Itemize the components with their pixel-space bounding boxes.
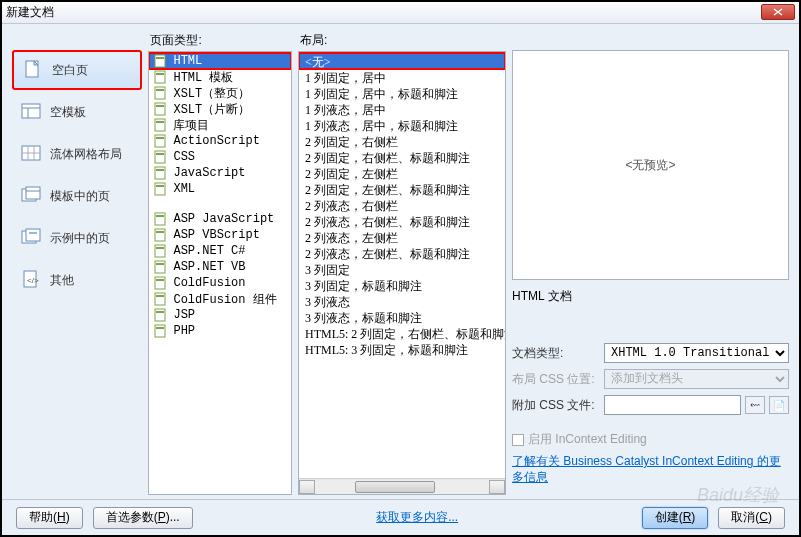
page-type-label: ASP VBScript — [173, 228, 259, 242]
layout-item[interactable]: 3 列固定 — [299, 261, 505, 277]
get-more-link[interactable]: 获取更多内容... — [376, 509, 458, 526]
file-icon — [153, 86, 169, 100]
attach-css-input[interactable] — [604, 395, 741, 415]
page-type-label: JSP — [173, 308, 195, 322]
preferences-button[interactable]: 首选参数(P)... — [93, 507, 193, 529]
page-type-item[interactable]: PHP — [149, 323, 291, 339]
page-type-label: ASP.NET VB — [173, 260, 245, 274]
cancel-button[interactable]: 取消(C) — [718, 507, 785, 529]
layout-list[interactable]: <无>1 列固定，居中1 列固定，居中，标题和脚注1 列液态，居中1 列液态，居… — [298, 51, 506, 495]
layout-item[interactable]: HTML5: 3 列固定，标题和脚注 — [299, 341, 505, 357]
layout-item[interactable]: 3 列固定，标题和脚注 — [299, 277, 505, 293]
blank-page-icon — [22, 59, 44, 81]
svg-rect-21 — [156, 89, 164, 91]
layout-item[interactable]: 2 列固定，右侧栏 — [299, 133, 505, 149]
scroll-track[interactable] — [315, 480, 489, 494]
page-type-item[interactable]: ColdFusion — [149, 275, 291, 291]
category-page-from-sample[interactable]: 示例中的页 — [12, 218, 142, 258]
page-type-item[interactable]: XML — [149, 181, 291, 197]
help-button[interactable]: 帮助(H) — [16, 507, 83, 529]
svg-rect-48 — [155, 325, 165, 337]
layout-item[interactable]: 2 列液态，左侧栏 — [299, 229, 505, 245]
page-type-item[interactable]: 库项目 — [149, 117, 291, 133]
layout-item[interactable]: 3 列液态，标题和脚注 — [299, 309, 505, 325]
page-type-item[interactable]: ASP.NET VB — [149, 259, 291, 275]
category-page-from-template[interactable]: 模板中的页 — [12, 176, 142, 216]
file-icon — [153, 118, 169, 132]
page-from-sample-icon — [20, 227, 42, 249]
page-type-label: XSLT（整页） — [173, 85, 250, 102]
file-icon — [153, 228, 169, 242]
layout-item[interactable]: HTML5: 2 列固定，右侧栏、标题和脚注 — [299, 325, 505, 341]
page-type-item[interactable]: CSS — [149, 149, 291, 165]
page-type-item[interactable]: JavaScript — [149, 165, 291, 181]
svg-rect-18 — [155, 71, 165, 83]
scroll-thumb[interactable] — [355, 481, 435, 493]
category-other[interactable]: </> 其他 — [12, 260, 142, 300]
layout-item[interactable]: 2 列固定，左侧栏、标题和脚注 — [299, 181, 505, 197]
create-button[interactable]: 创建(R) — [642, 507, 709, 529]
browse-icon: 📄 — [773, 400, 785, 411]
dialog-title: 新建文档 — [6, 4, 54, 21]
incontext-checkbox[interactable] — [512, 434, 524, 446]
svg-rect-13 — [29, 232, 37, 234]
svg-rect-45 — [156, 295, 164, 297]
layout-item[interactable]: 2 列固定，右侧栏、标题和脚注 — [299, 149, 505, 165]
layout-item[interactable]: 2 列固定，左侧栏 — [299, 165, 505, 181]
page-type-label: XML — [173, 182, 195, 196]
page-type-item[interactable]: ASP VBScript — [149, 227, 291, 243]
svg-rect-37 — [156, 231, 164, 233]
layout-item[interactable]: 1 列液态，居中 — [299, 101, 505, 117]
layout-item[interactable]: 1 列固定，居中，标题和脚注 — [299, 85, 505, 101]
attach-link-button[interactable]: ⬳ — [745, 396, 765, 414]
layout-column: 布局: <无>1 列固定，居中1 列固定，居中，标题和脚注1 列液态，居中1 列… — [298, 32, 506, 495]
page-type-item[interactable]: HTML — [149, 53, 291, 69]
attach-css-row: 附加 CSS 文件: ⬳ 📄 — [512, 395, 789, 415]
page-type-label: XSLT（片断） — [173, 101, 250, 118]
svg-rect-41 — [156, 263, 164, 265]
svg-rect-36 — [155, 229, 165, 241]
file-icon — [153, 182, 169, 196]
svg-rect-47 — [156, 311, 164, 313]
svg-rect-22 — [155, 103, 165, 115]
page-type-item[interactable]: ColdFusion 组件 — [149, 291, 291, 307]
page-type-item[interactable]: ActionScript — [149, 133, 291, 149]
page-type-item[interactable]: ASP.NET C# — [149, 243, 291, 259]
page-type-item[interactable]: HTML 模板 — [149, 69, 291, 85]
page-type-label: ActionScript — [173, 134, 259, 148]
category-blank-template[interactable]: 空模板 — [12, 92, 142, 132]
category-label: 其他 — [50, 272, 74, 289]
layout-item[interactable]: 2 列液态，右侧栏、标题和脚注 — [299, 213, 505, 229]
svg-rect-34 — [155, 213, 165, 225]
page-type-label: ColdFusion — [173, 276, 245, 290]
page-type-header: 页面类型: — [148, 32, 292, 49]
page-type-label: ASP.NET C# — [173, 244, 245, 258]
scroll-right-button[interactable] — [489, 480, 505, 494]
svg-rect-49 — [156, 327, 164, 329]
layout-item[interactable]: 2 列液态，左侧栏、标题和脚注 — [299, 245, 505, 261]
category-list: 空白页 空模板 流体网格布局 模板中的页 示例中的页 </> 其他 — [12, 32, 142, 495]
doctype-select[interactable]: XHTML 1.0 Transitional — [604, 343, 789, 363]
attach-browse-button[interactable]: 📄 — [769, 396, 789, 414]
category-blank-page[interactable]: 空白页 — [12, 50, 142, 90]
page-type-list[interactable]: HTMLHTML 模板XSLT（整页）XSLT（片断）库项目ActionScri… — [148, 51, 292, 495]
page-type-item[interactable]: JSP — [149, 307, 291, 323]
svg-rect-23 — [156, 105, 164, 107]
page-type-item[interactable]: XSLT（片断） — [149, 101, 291, 117]
page-type-item[interactable]: ASP JavaScript — [149, 211, 291, 227]
scroll-left-button[interactable] — [299, 480, 315, 494]
doc-type-description: HTML 文档 — [512, 286, 789, 307]
incontext-learn-more-link[interactable]: 了解有关 Business Catalyst InContext Editing… — [512, 454, 789, 485]
layout-item[interactable]: 3 列液态 — [299, 293, 505, 309]
file-icon — [153, 308, 169, 322]
category-label: 流体网格布局 — [50, 146, 122, 163]
layout-item[interactable]: 2 列液态，右侧栏 — [299, 197, 505, 213]
page-type-item[interactable]: XSLT（整页） — [149, 85, 291, 101]
page-from-template-icon — [20, 185, 42, 207]
horizontal-scrollbar[interactable] — [299, 478, 505, 494]
category-fluid-grid[interactable]: 流体网格布局 — [12, 134, 142, 174]
layout-item[interactable]: 1 列液态，居中，标题和脚注 — [299, 117, 505, 133]
close-button[interactable] — [761, 4, 795, 20]
layout-item[interactable]: <无> — [299, 53, 505, 69]
layout-item[interactable]: 1 列固定，居中 — [299, 69, 505, 85]
